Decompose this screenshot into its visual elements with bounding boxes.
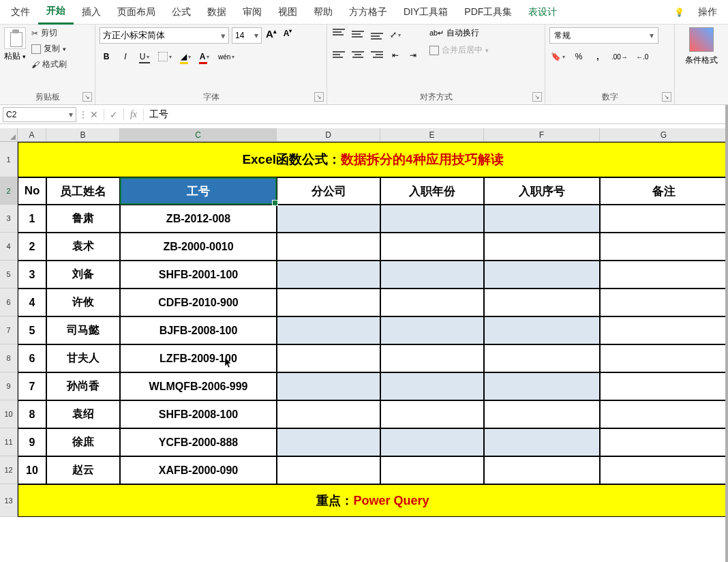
cell-remark[interactable] (600, 289, 728, 316)
comma-button[interactable]: , (591, 49, 605, 64)
cell-seq[interactable] (484, 316, 600, 344)
align-bottom-button[interactable] (369, 27, 384, 41)
cell-name[interactable]: 赵云 (46, 456, 120, 484)
row-header-4[interactable]: 4 (0, 233, 18, 261)
cell-branch[interactable] (277, 205, 380, 233)
font-launcher[interactable]: ↘ (314, 92, 324, 102)
row-header-13[interactable]: 13 (0, 484, 18, 517)
increase-font-button[interactable]: A▴ (264, 28, 278, 43)
merge-center-button[interactable]: 合并后居中 ▾ (429, 44, 489, 56)
cut-button[interactable]: ✂剪切 (31, 27, 67, 39)
bold-button[interactable]: B (100, 49, 113, 64)
cell-code[interactable]: BJFB-2008-100 (120, 316, 277, 344)
cell-code[interactable]: CDFB-2010-900 (120, 289, 277, 316)
font-color-button[interactable]: A▾ (198, 49, 211, 64)
cell-no[interactable]: 9 (18, 428, 46, 456)
cell-code[interactable]: XAFB-2000-090 (120, 456, 277, 484)
header-name[interactable]: 员工姓名 (46, 177, 120, 205)
alignment-launcher[interactable]: ↘ (532, 92, 542, 102)
cell-remark[interactable] (600, 205, 728, 233)
cell-remark[interactable] (600, 400, 728, 428)
percent-button[interactable]: % (572, 49, 586, 64)
orientation-button[interactable]: ⤢▾ (389, 27, 402, 42)
insert-function-button[interactable]: fx (124, 109, 143, 120)
cell-year[interactable] (380, 428, 484, 456)
cell-code[interactable]: SHFB-2008-100 (120, 400, 277, 428)
cell-name[interactable]: 刘备 (46, 261, 120, 289)
cell-branch[interactable] (277, 289, 380, 316)
col-header-E[interactable]: E (380, 128, 484, 141)
tab-formulas[interactable]: 公式 (164, 1, 199, 24)
cell-seq[interactable] (484, 428, 600, 456)
cell-name[interactable]: 鲁肃 (46, 205, 120, 233)
row-header-9[interactable]: 9 (0, 372, 18, 400)
cell-remark[interactable] (600, 261, 728, 289)
col-header-D[interactable]: D (277, 128, 380, 141)
row-header-12[interactable]: 12 (0, 456, 18, 484)
align-top-button[interactable] (331, 27, 346, 41)
cell-code[interactable]: YCFB-2000-888 (120, 428, 277, 456)
cell-no[interactable]: 3 (18, 261, 46, 289)
cell-seq[interactable] (484, 289, 600, 316)
increase-indent-button[interactable]: ⇥ (406, 48, 420, 63)
cell-seq[interactable] (484, 344, 600, 372)
align-left-button[interactable] (331, 48, 346, 61)
cell-no[interactable]: 6 (18, 344, 46, 372)
row-header-1[interactable]: 1 (0, 142, 18, 177)
decrease-decimal-button[interactable]: ←.0 (635, 49, 650, 64)
font-name-combo[interactable]: 方正小标宋简体▾ (100, 27, 229, 44)
cell-branch[interactable] (277, 316, 380, 344)
cell-seq[interactable] (484, 456, 600, 484)
cell-year[interactable] (380, 400, 484, 428)
number-format-combo[interactable]: 常规▾ (549, 27, 658, 44)
title-cell[interactable]: Excel函数公式： 数据拆分的4种应用技巧解读 (18, 142, 728, 177)
conditional-format-icon[interactable] (689, 27, 714, 52)
tab-insert[interactable]: 插入 (74, 1, 109, 24)
tab-diy[interactable]: DIY工具箱 (395, 1, 456, 24)
cell-no[interactable]: 2 (18, 233, 46, 261)
col-header-F[interactable]: F (484, 128, 600, 141)
cell-branch[interactable] (277, 233, 380, 261)
underline-button[interactable]: U▾ (138, 49, 151, 64)
tab-table-design[interactable]: 表设计 (520, 1, 565, 24)
phonetic-button[interactable]: wén▾ (217, 49, 236, 64)
row-header-10[interactable]: 10 (0, 400, 18, 428)
row-header-3[interactable]: 3 (0, 205, 18, 233)
border-button[interactable]: ▾ (157, 49, 173, 64)
tab-ffgz[interactable]: 方方格子 (341, 1, 395, 24)
align-middle-button[interactable] (350, 27, 365, 41)
increase-decimal-button[interactable]: .00→ (610, 49, 629, 64)
header-seq[interactable]: 入职序号 (484, 177, 600, 205)
cell-year[interactable] (380, 316, 484, 344)
paste-icon[interactable] (4, 27, 26, 49)
cell-no[interactable]: 4 (18, 289, 46, 316)
cell-seq[interactable] (484, 205, 600, 233)
tab-data[interactable]: 数据 (199, 1, 234, 24)
cell-no[interactable]: 5 (18, 316, 46, 344)
cell-branch[interactable] (277, 372, 380, 400)
select-all-corner[interactable] (0, 128, 18, 141)
align-center-button[interactable] (350, 48, 365, 61)
cell-name[interactable]: 袁绍 (46, 400, 120, 428)
tab-file[interactable]: 文件 (3, 1, 38, 24)
row-header-7[interactable]: 7 (0, 316, 18, 344)
col-header-C[interactable]: C (120, 128, 277, 141)
cell-branch[interactable] (277, 456, 380, 484)
tab-review[interactable]: 审阅 (234, 1, 270, 24)
copy-button[interactable]: 复制 ▾ (31, 43, 67, 55)
cell-branch[interactable] (277, 400, 380, 428)
cell-code[interactable]: LZFB-2009-100 (120, 344, 277, 372)
enter-formula-button[interactable]: ✓ (104, 109, 123, 120)
row-header-2[interactable]: 2 (0, 177, 18, 205)
cell-code[interactable]: ZB-2012-008 (120, 205, 277, 233)
footer-cell[interactable]: 重点： Power Query (18, 484, 728, 517)
cell-year[interactable] (380, 456, 484, 484)
cancel-formula-button[interactable]: ✕ (85, 109, 104, 120)
cell-remark[interactable] (600, 372, 728, 400)
cell-remark[interactable] (600, 316, 728, 344)
format-painter-button[interactable]: 🖌格式刷 (31, 59, 67, 70)
accounting-format-button[interactable]: 🔖▾ (549, 49, 566, 64)
cell-remark[interactable] (600, 428, 728, 456)
cell-name[interactable]: 徐庶 (46, 428, 120, 456)
header-year[interactable]: 入职年份 (380, 177, 484, 205)
